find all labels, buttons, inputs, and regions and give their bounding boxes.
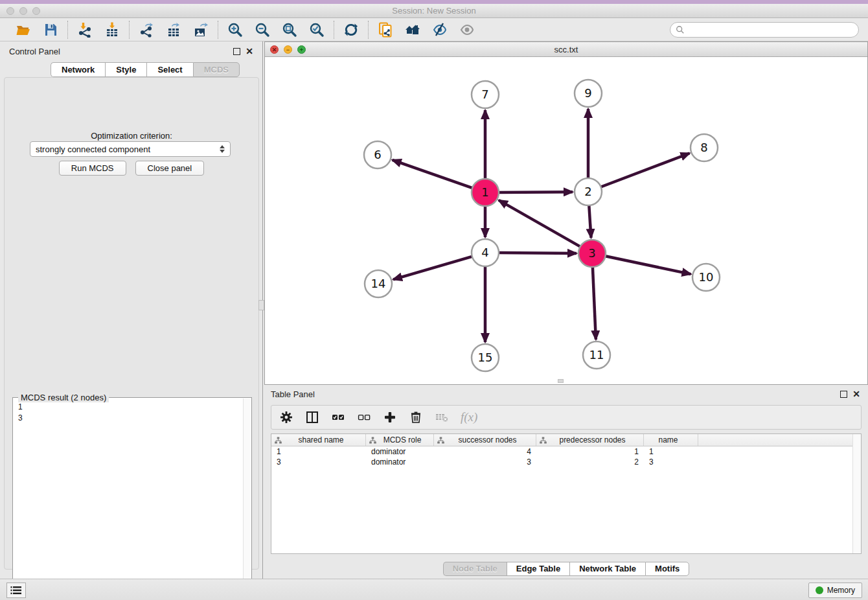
table-tabs: Node Table Edge Table Network Table Moti…: [264, 562, 868, 576]
graph-edge-4-14[interactable]: [393, 257, 472, 279]
save-session-icon[interactable]: [42, 21, 59, 38]
graph-edge-1-6[interactable]: [393, 160, 473, 188]
table-scrollbar[interactable]: [852, 434, 861, 553]
tab-motifs[interactable]: Motifs: [645, 562, 689, 576]
deselect-all-columns-icon[interactable]: [357, 410, 371, 424]
close-table-panel-icon[interactable]: ✕: [852, 391, 860, 398]
column-header-name[interactable]: name: [644, 434, 698, 446]
main-titlebar[interactable]: Session: New Session: [0, 4, 868, 18]
mcds-panel-body: Optimization criterion: strongly connect…: [4, 77, 259, 570]
close-panel-button[interactable]: Close panel: [135, 161, 205, 176]
delete-columns-trash-icon[interactable]: [409, 410, 423, 424]
list-icon: [10, 585, 22, 595]
memory-button[interactable]: Memory: [808, 583, 862, 598]
run-mcds-button[interactable]: Run MCDS: [59, 161, 126, 176]
graph-node-label-10: 10: [699, 270, 714, 284]
apply-layout-icon[interactable]: [343, 21, 360, 38]
show-graphics-details-icon[interactable]: [459, 21, 475, 38]
mcds-result-text[interactable]: 13: [13, 400, 242, 600]
column-type-icon: [369, 437, 376, 444]
select-stepper-icon: [220, 145, 225, 153]
cell-mcds-role[interactable]: dominator: [366, 457, 434, 467]
clone-network-icon[interactable]: [377, 21, 394, 38]
export-table-icon[interactable]: [165, 21, 182, 38]
control-panel-title: Control Panel: [9, 47, 60, 56]
control-panel-header: Control Panel ✕: [0, 44, 262, 60]
open-file-icon[interactable]: [15, 21, 32, 38]
table-row[interactable]: 1 dominator 4 1 1: [271, 446, 861, 457]
float-panel-icon[interactable]: [233, 48, 240, 55]
cell-shared-name[interactable]: 3: [271, 457, 366, 467]
graph-edge-2-3[interactable]: [589, 205, 591, 238]
cell-shared-name[interactable]: 1: [271, 446, 366, 457]
apply-function-icon[interactable]: f(x): [461, 410, 477, 424]
search-field[interactable]: [670, 22, 859, 38]
float-table-panel-icon[interactable]: [840, 391, 847, 398]
zoom-in-icon[interactable]: [227, 21, 244, 38]
task-history-button[interactable]: [6, 583, 26, 598]
column-header-successor-nodes[interactable]: successor nodes: [434, 434, 536, 446]
search-area: [670, 22, 859, 38]
column-header-predecessor-nodes[interactable]: predecessor nodes: [536, 434, 644, 446]
network-window-title: scc.txt: [265, 45, 867, 54]
import-network-icon[interactable]: [76, 21, 93, 38]
cell-name[interactable]: 3: [644, 457, 698, 467]
tab-node-table[interactable]: Node Table: [443, 562, 507, 576]
network-window-titlebar[interactable]: ✕ − + scc.txt: [265, 42, 867, 57]
close-panel-icon[interactable]: ✕: [246, 48, 253, 55]
export-image-icon[interactable]: [192, 21, 209, 38]
network-view-window: ✕ − + scc.txt 7968124314101511: [264, 41, 868, 385]
panel-splitter-handle[interactable]: [258, 300, 264, 310]
cell-mcds-role[interactable]: dominator: [366, 446, 434, 457]
memory-label: Memory: [827, 586, 855, 595]
tab-network[interactable]: Network: [51, 62, 105, 77]
table-header-row: shared name MCDS role successor nodes pr…: [271, 434, 861, 446]
graph-edge-2-8[interactable]: [601, 154, 690, 187]
cell-predecessor-nodes[interactable]: 2: [536, 457, 644, 467]
zoom-fit-icon[interactable]: [281, 21, 298, 38]
table-panel-header: Table Panel ✕: [264, 387, 868, 401]
table-row[interactable]: 3 dominator 3 2 3: [271, 457, 861, 467]
graph-edge-1-2[interactable]: [499, 192, 573, 192]
tab-select[interactable]: Select: [146, 62, 192, 77]
tab-style[interactable]: Style: [105, 62, 146, 77]
graph-node-label-8: 8: [700, 141, 707, 154]
search-input[interactable]: [687, 25, 853, 34]
hide-graphics-details-icon[interactable]: [431, 21, 448, 38]
tab-edge-table[interactable]: Edge Table: [507, 562, 569, 576]
cell-successor-nodes[interactable]: 4: [434, 446, 536, 457]
graph-node-label-3: 3: [588, 246, 595, 260]
graph-edge-4-3[interactable]: [499, 253, 577, 253]
select-all-columns-icon[interactable]: [331, 410, 345, 424]
cell-successor-nodes[interactable]: 3: [434, 457, 536, 467]
cybrowser-home-icon[interactable]: [404, 21, 421, 38]
node-table: shared name MCDS role successor nodes pr…: [271, 433, 862, 554]
network-canvas[interactable]: 7968124314101511: [265, 57, 867, 384]
network-scrollbar-thumb[interactable]: [558, 379, 564, 383]
status-bar: Memory: [0, 579, 868, 600]
cell-name[interactable]: 1: [644, 446, 698, 457]
zoom-selected-icon[interactable]: [308, 21, 325, 38]
tab-mcds[interactable]: MCDS: [193, 62, 240, 77]
import-table-icon[interactable]: [104, 21, 120, 38]
delete-table-icon[interactable]: [435, 410, 449, 424]
graph-node-label-9: 9: [584, 86, 591, 100]
criterion-select[interactable]: strongly connected component: [30, 141, 231, 157]
control-panel-tabs: Network Style Select MCDS: [51, 62, 240, 77]
mcds-result-scrollbar[interactable]: [243, 398, 251, 600]
table-toolbar: f(x): [271, 405, 862, 430]
cell-predecessor-nodes[interactable]: 1: [536, 446, 644, 457]
export-network-icon[interactable]: [138, 21, 155, 38]
table-options-gear-icon[interactable]: [279, 410, 293, 424]
add-column-icon[interactable]: [383, 410, 397, 424]
graph-edge-3-1[interactable]: [499, 200, 580, 247]
toggle-panes-icon[interactable]: [305, 410, 319, 424]
zoom-out-icon[interactable]: [254, 21, 271, 38]
mcds-result-box: MCDS result (2 nodes) 13: [12, 397, 252, 600]
column-header-shared-name[interactable]: shared name: [271, 434, 366, 446]
graph-edge-3-10[interactable]: [606, 256, 691, 274]
graph-edge-3-11[interactable]: [593, 267, 596, 340]
tab-network-table[interactable]: Network Table: [569, 562, 645, 576]
column-header-mcds-role[interactable]: MCDS role: [366, 434, 434, 446]
column-type-icon: [540, 437, 547, 444]
